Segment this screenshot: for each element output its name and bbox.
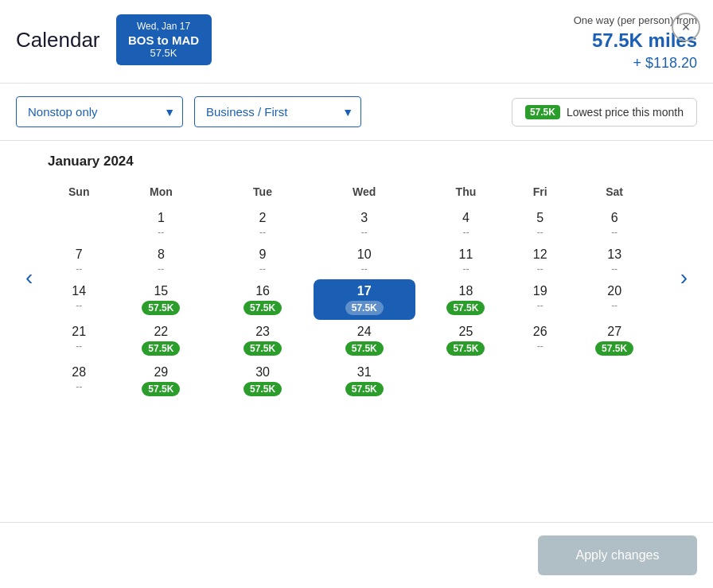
calendar-day-cell[interactable]: 4--: [415, 206, 517, 243]
day-number: 12: [520, 247, 560, 262]
day-price-badge: 57.5K: [446, 341, 485, 356]
calendar-day-cell[interactable]: 3--: [314, 206, 415, 243]
day-number: 16: [215, 284, 310, 298]
day-number: 27: [567, 325, 662, 339]
calendar-day-cell[interactable]: 2357.5K: [212, 320, 314, 360]
header-left: Calendar Wed, Jan 17 BOS to MAD 57.5K: [16, 14, 212, 65]
calendar-day-cell[interactable]: 1557.5K: [111, 279, 212, 320]
calendar-day-cell[interactable]: 14--: [48, 279, 111, 320]
calendar-day-cell[interactable]: 2457.5K: [314, 320, 415, 360]
calendar-day-cell[interactable]: 2257.5K: [111, 320, 212, 360]
day-number: 25: [419, 325, 514, 339]
day-price: --: [567, 300, 662, 311]
calendar-day-cell[interactable]: 13--: [563, 243, 665, 279]
calendar-day-cell[interactable]: 20--: [563, 279, 665, 320]
day-price: --: [419, 263, 514, 275]
nonstop-select[interactable]: Nonstop only Any: [16, 96, 183, 127]
flight-card: Wed, Jan 17 BOS to MAD 57.5K: [116, 14, 212, 65]
selected-day-number: 17: [317, 284, 412, 298]
calendar-day-cell[interactable]: 10--: [314, 243, 415, 279]
lowest-price-label: Lowest price this month: [567, 106, 684, 119]
calendar-day-cell[interactable]: 2757.5K: [563, 320, 665, 360]
day-price-badge: 57.5K: [345, 341, 384, 356]
flight-date: Wed, Jan 17: [127, 21, 201, 32]
calendar-day-cell[interactable]: 9--: [212, 243, 314, 279]
day-price: --: [567, 227, 662, 238]
day-price: --: [317, 227, 412, 238]
calendar-day-cell[interactable]: 11--: [415, 243, 517, 279]
day-price: --: [215, 263, 310, 275]
calendar-day-cell[interactable]: 1857.5K: [415, 279, 517, 320]
calendar-day-cell[interactable]: 28--: [48, 360, 111, 401]
lowest-price-badge: 57.5K Lowest price this month: [512, 98, 697, 127]
next-month-button[interactable]: ›: [674, 259, 694, 297]
calendar-table: SunMonTueWedThuFriSat 1--2--3--4--5--6--…: [48, 181, 665, 401]
day-number: 15: [114, 284, 209, 298]
calendar-week-row: 1--2--3--4--5--6--: [48, 206, 665, 243]
calendar-day-cell[interactable]: 6--: [563, 206, 665, 243]
day-number: 23: [215, 325, 310, 339]
calendar-day-cell[interactable]: 3057.5K: [212, 360, 314, 401]
day-number: 28: [51, 365, 107, 380]
calendar-day-cell[interactable]: 3157.5K: [314, 360, 415, 401]
day-number: 31: [317, 365, 412, 380]
day-price: --: [520, 227, 560, 238]
calendar-body: 1--2--3--4--5--6--7--8--9--10--11--12--1…: [48, 206, 665, 401]
day-price-badge: 57.5K: [142, 301, 180, 315]
calendar-day-cell[interactable]: 21--: [48, 320, 111, 360]
calendar-day-cell[interactable]: 19--: [516, 279, 563, 320]
day-number: 8: [114, 247, 209, 262]
day-number: 22: [114, 325, 209, 339]
modal-header: Calendar Wed, Jan 17 BOS to MAD 57.5K On…: [0, 0, 713, 84]
calendar-day-cell[interactable]: 2--: [212, 206, 314, 243]
calendar-week-row: 7--8--9--10--11--12--13--: [48, 243, 665, 279]
calendar-day-cell[interactable]: 7--: [48, 243, 111, 279]
day-number: 26: [520, 325, 560, 339]
calendar-modal: Calendar Wed, Jan 17 BOS to MAD 57.5K On…: [0, 0, 713, 588]
cabin-filter-wrapper: Business / First Economy Premium Economy…: [194, 96, 361, 127]
day-number: 18: [419, 284, 514, 298]
filters-row: Nonstop only Any ▼ Business / First Econ…: [0, 84, 713, 141]
day-price: --: [520, 300, 560, 311]
nonstop-filter-wrapper: Nonstop only Any ▼: [16, 96, 183, 127]
dow-header: Thu: [415, 181, 517, 206]
day-number: 4: [419, 211, 514, 225]
close-button[interactable]: ×: [672, 13, 700, 41]
calendar-day-cell[interactable]: 2957.5K: [111, 360, 212, 401]
day-price: --: [51, 381, 107, 392]
day-price: --: [317, 263, 412, 275]
day-number: 19: [520, 284, 560, 298]
day-number: 2: [215, 211, 310, 225]
calendar-day-cell[interactable]: 12--: [516, 243, 563, 279]
day-number: 11: [419, 247, 514, 262]
calendar-day-cell: [48, 206, 111, 243]
day-number: 3: [317, 211, 412, 225]
calendar-day-cell[interactable]: 1--: [111, 206, 212, 243]
day-price: --: [520, 263, 560, 275]
apply-button[interactable]: Apply changes: [538, 535, 697, 575]
calendar-day-cell[interactable]: 26--: [516, 320, 563, 360]
calendar-day-cell[interactable]: 1757.5K: [314, 279, 415, 320]
cabin-select[interactable]: Business / First Economy Premium Economy: [194, 96, 361, 127]
apply-row: Apply changes: [0, 522, 713, 588]
day-number: 29: [114, 365, 209, 380]
day-number: 24: [317, 325, 412, 339]
prev-month-button[interactable]: ‹: [19, 259, 39, 297]
calendar-day-cell[interactable]: 2557.5K: [415, 320, 517, 360]
day-price-badge: 57.5K: [142, 382, 180, 396]
lowest-price-value: 57.5K: [525, 105, 560, 119]
day-price-badge: 57.5K: [244, 341, 282, 356]
day-price-badge: 57.5K: [595, 341, 633, 356]
day-number: 6: [567, 211, 662, 225]
dow-header: Wed: [314, 181, 415, 206]
day-number: 5: [520, 211, 560, 225]
day-price-badge: 57.5K: [345, 382, 384, 396]
dow-header: Fri: [516, 181, 563, 206]
day-price: --: [51, 263, 107, 275]
calendar-day-cell[interactable]: 1657.5K: [212, 279, 314, 320]
day-number: 1: [114, 211, 209, 225]
calendar-day-cell[interactable]: 8--: [111, 243, 212, 279]
calendar-day-cell[interactable]: 5--: [516, 206, 563, 243]
day-price: --: [215, 227, 310, 238]
day-price: --: [114, 263, 209, 275]
